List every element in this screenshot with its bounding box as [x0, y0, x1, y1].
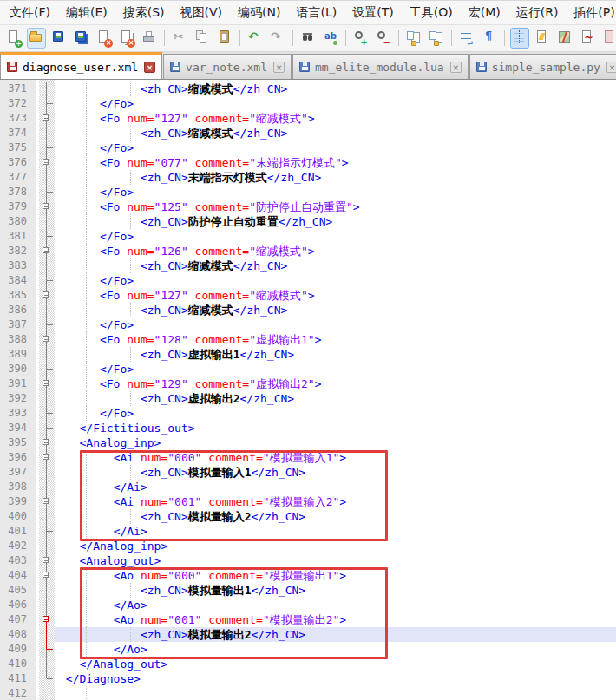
cut-button[interactable] — [171, 29, 188, 48]
code-text[interactable]: <zh_CN>缩减模式</zh_CN> — [55, 82, 616, 96]
copy-icon — [195, 30, 209, 46]
menu-item-view[interactable]: 视图(V) — [173, 1, 231, 24]
code-text[interactable]: </Fo> — [55, 185, 616, 200]
code-text[interactable]: <zh_CN>末端指示灯模式</zh_CN> — [55, 170, 616, 185]
code-text[interactable]: <zh_CN>缩减模式</zh_CN> — [55, 303, 616, 317]
code-text[interactable]: <Fo num="128" comment="虚拟输出1"> — [55, 332, 616, 347]
menu-item-settings[interactable]: 设置(T) — [344, 1, 401, 24]
fold-marker[interactable] — [39, 244, 55, 258]
sync-vertical-scroll-button[interactable] — [405, 29, 423, 48]
close-tab-icon[interactable]: × — [450, 62, 462, 73]
code-text[interactable]: <Fo num="126" comment="缩减模式"> — [55, 244, 616, 258]
close-tab-icon[interactable]: × — [273, 62, 285, 73]
code-text[interactable]: </Fo> — [55, 317, 616, 332]
code-text[interactable]: <Fo num="127" comment="缩减模式"> — [55, 288, 616, 303]
fold-marker[interactable] — [39, 332, 55, 347]
replace-button[interactable] — [322, 29, 339, 48]
paste-button[interactable] — [216, 29, 233, 48]
code-text[interactable] — [55, 686, 616, 700]
document-map-button[interactable] — [556, 29, 573, 48]
menu-item-macro[interactable]: 宏(M) — [461, 1, 508, 24]
zoom-in-icon — [354, 30, 368, 46]
fold-marker[interactable] — [39, 155, 55, 170]
code-text[interactable]: <Fo num="127" comment="缩减模式"> — [55, 111, 616, 126]
close-all-button[interactable] — [118, 29, 135, 48]
zoom-out-button[interactable] — [375, 29, 392, 48]
open-file-button[interactable] — [28, 29, 45, 48]
tab-diagnose-user-xml[interactable]: diagnose_user.xml× — [0, 52, 162, 79]
close-tab-icon[interactable]: × — [606, 62, 616, 73]
save-button[interactable] — [50, 29, 68, 48]
code-text[interactable]: <zh_CN>防护停止自动重置</zh_CN> — [55, 214, 616, 229]
close-button[interactable] — [95, 29, 113, 48]
menu-item-encoding[interactable]: 编码(N) — [230, 1, 288, 24]
function-list-button[interactable] — [534, 29, 551, 48]
fold-marker[interactable] — [39, 568, 55, 583]
show-all-characters-button[interactable] — [481, 29, 498, 48]
fold-marker[interactable] — [39, 435, 55, 450]
code-text[interactable]: <zh_CN>缩减模式</zh_CN> — [55, 126, 616, 141]
word-wrap-icon — [460, 30, 474, 46]
close-tab-icon[interactable]: × — [144, 62, 155, 73]
save-all-button[interactable] — [73, 29, 90, 48]
copy-button[interactable] — [193, 29, 211, 48]
code-text[interactable]: <Fo num="129" comment="虚拟输出2"> — [55, 376, 616, 391]
fold-marker — [39, 686, 55, 700]
menu-item-search[interactable]: 搜索(S) — [115, 1, 173, 24]
sync-horizontal-scroll-button[interactable] — [428, 29, 445, 48]
indent-guide — [86, 303, 87, 317]
paste-icon — [218, 30, 232, 46]
toolbar-separator — [504, 30, 505, 46]
code-text[interactable]: </Fo> — [55, 362, 616, 376]
zoom-in-button[interactable] — [352, 29, 370, 48]
menu-item-run[interactable]: 运行(R) — [508, 1, 567, 24]
tab-label: diagnose_user.xml — [23, 61, 138, 74]
fold-marker — [39, 598, 55, 612]
fold-marker[interactable] — [39, 450, 55, 465]
menu-item-plugins[interactable]: 插件(P) — [566, 1, 616, 24]
tab-simple-sample-py[interactable]: simple_sample.py× — [469, 54, 616, 79]
fold-marker[interactable] — [39, 376, 55, 391]
code-text[interactable]: <zh_CN>虚拟输出2</zh_CN> — [55, 391, 616, 406]
toolbar-separator — [345, 30, 346, 46]
editor-pane[interactable]: 371 <zh_CN>缩减模式</zh_CN>372 </Fo>373 <Fo … — [0, 80, 616, 700]
start-recording-button[interactable] — [579, 29, 596, 48]
code-text[interactable]: </Fictitious_out> — [55, 421, 616, 435]
menu-item-tools[interactable]: 工具(O) — [402, 1, 461, 24]
code-text[interactable]: </Diagnose> — [55, 671, 616, 686]
code-line-384: 384 </Fo> — [0, 273, 616, 288]
new-file-button[interactable] — [5, 29, 23, 48]
indent-guide — [86, 96, 87, 111]
code-text[interactable]: </Fo> — [55, 406, 616, 421]
fold-marker[interactable] — [39, 612, 55, 627]
code-text[interactable]: <Fo num="125" comment="防护停止自动重置"> — [55, 200, 616, 214]
tab-mm-elite-module-lua[interactable]: mm_elite_module.lua× — [292, 54, 469, 79]
code-text[interactable]: </Fo> — [55, 229, 616, 244]
code-text[interactable]: <Analog_inp> — [55, 435, 616, 450]
menu-item-edit[interactable]: 编辑(E) — [58, 1, 115, 24]
find-button[interactable] — [299, 29, 317, 48]
undo-button[interactable] — [246, 29, 264, 48]
print-button[interactable] — [141, 29, 158, 48]
fold-marker[interactable] — [39, 111, 55, 126]
code-text[interactable]: <zh_CN>虚拟输出1</zh_CN> — [55, 347, 616, 362]
tab-var-note-xml[interactable]: var_note.xml× — [163, 54, 292, 79]
playback-button[interactable] — [601, 29, 616, 48]
fold-marker[interactable] — [39, 553, 55, 568]
fold-marker[interactable] — [39, 200, 55, 214]
code-text[interactable]: <zh_CN>缩减模式</zh_CN> — [55, 258, 616, 273]
code-text[interactable]: </Fo> — [55, 273, 616, 288]
code-text[interactable]: <Fo num="077" comment="末端指示灯模式"> — [55, 155, 616, 170]
code-text[interactable]: <Analog_out> — [55, 553, 616, 568]
indent-guide — [130, 347, 131, 362]
fold-marker[interactable] — [39, 494, 55, 509]
menu-item-file[interactable]: 文件(F) — [2, 1, 58, 24]
word-wrap-button[interactable] — [458, 29, 475, 48]
redo-button[interactable] — [269, 29, 286, 48]
indent-guide — [130, 391, 131, 406]
code-text[interactable]: </Fo> — [55, 96, 616, 111]
fold-marker[interactable] — [39, 288, 55, 303]
menu-item-language[interactable]: 语言(L) — [289, 1, 345, 24]
code-text[interactable]: </Fo> — [55, 141, 616, 155]
show-indent-guide-button[interactable] — [511, 29, 528, 48]
